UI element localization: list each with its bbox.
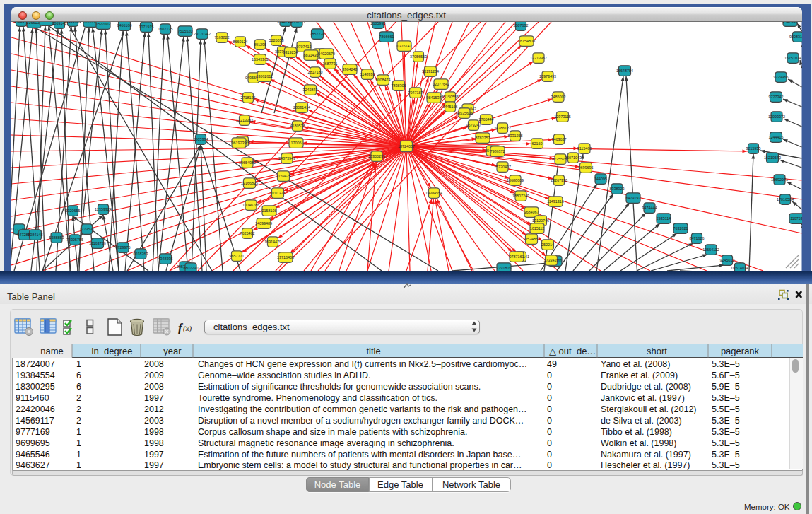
svg-text:3684067: 3684067 (524, 210, 539, 214)
svg-text:3215955: 3215955 (746, 146, 761, 151)
svg-text:9657771: 9657771 (230, 254, 245, 258)
svg-text:1615112: 1615112 (530, 226, 545, 230)
svg-text:65150556: 65150556 (442, 95, 459, 99)
svg-text:9329966: 9329966 (774, 75, 789, 79)
svg-text:9245012: 9245012 (720, 258, 735, 262)
svg-text:12213967: 12213967 (530, 56, 547, 60)
svg-text:19166825: 19166825 (241, 181, 258, 185)
svg-text:16154808: 16154808 (518, 39, 535, 43)
svg-text:7632621: 7632621 (673, 226, 688, 230)
svg-text:18300295: 18300295 (368, 154, 385, 158)
svg-text:7866661: 7866661 (379, 35, 394, 39)
svg-text:14099489: 14099489 (255, 221, 272, 226)
svg-text:1687731: 1687731 (323, 62, 338, 66)
svg-text:7838306: 7838306 (392, 83, 406, 88)
svg-text:11491316: 11491316 (547, 199, 564, 204)
svg-text:116753: 116753 (790, 216, 801, 221)
svg-text:16648784: 16648784 (616, 69, 633, 73)
svg-text:0018263: 0018263 (134, 252, 148, 256)
svg-text:2685995: 2685995 (371, 22, 386, 25)
svg-text:8084148: 8084148 (28, 233, 43, 237)
svg-text:63062611: 63062611 (256, 74, 273, 78)
svg-text:13716408: 13716408 (277, 255, 294, 259)
svg-text:0707413: 0707413 (297, 45, 312, 49)
svg-text:10973493: 10973493 (539, 74, 556, 78)
svg-text:10688609: 10688609 (507, 178, 524, 182)
svg-text:23267938: 23267938 (551, 178, 567, 182)
svg-text:2087682: 2087682 (514, 23, 529, 28)
svg-text:15751074: 15751074 (784, 56, 801, 60)
svg-text:7163822: 7163822 (215, 35, 230, 40)
svg-text:8471626: 8471626 (690, 236, 705, 240)
svg-text:1373537: 1373537 (80, 227, 95, 231)
svg-text:15692971: 15692971 (771, 177, 788, 182)
svg-text:7857224: 7857224 (310, 32, 325, 36)
svg-text:3242843: 3242843 (303, 88, 318, 92)
svg-text:7047187: 7047187 (408, 90, 423, 95)
svg-text:8938923: 8938923 (610, 187, 625, 191)
svg-text:10654112: 10654112 (702, 247, 719, 252)
svg-text:9008474: 9008474 (376, 78, 391, 82)
svg-text:12213383: 12213383 (236, 118, 253, 122)
svg-text:9841537: 9841537 (427, 95, 442, 100)
svg-text:17016504: 17016504 (777, 197, 794, 201)
svg-text:5226058: 5226058 (269, 38, 284, 42)
svg-text:2935114: 2935114 (657, 216, 671, 221)
svg-text:0191327: 0191327 (271, 191, 286, 195)
svg-text:0679247: 0679247 (466, 123, 481, 127)
svg-text:16914479: 16914479 (264, 240, 281, 244)
svg-text:18724007: 18724007 (398, 144, 415, 148)
svg-text:24873949: 24873949 (278, 156, 295, 160)
svg-text:(x): (x) (183, 324, 192, 333)
svg-text:62160: 62160 (532, 141, 543, 146)
svg-text:2005334: 2005334 (194, 137, 208, 141)
svg-text:8331258: 8331258 (508, 134, 523, 138)
svg-text:8831436: 8831436 (304, 53, 319, 57)
svg-text:2817180: 2817180 (308, 70, 323, 74)
svg-text:252214: 252214 (541, 243, 554, 247)
svg-text:1148936: 1148936 (360, 72, 375, 76)
svg-text:64020679: 64020679 (318, 52, 335, 56)
svg-text:3159425: 3159425 (276, 174, 291, 178)
svg-text:9474444: 9474444 (642, 206, 657, 210)
svg-text:16543362: 16543362 (252, 57, 269, 62)
svg-text:7986372: 7986372 (490, 149, 505, 153)
svg-text:1527602: 1527602 (96, 22, 111, 26)
svg-text:02614014: 02614014 (731, 266, 748, 270)
svg-text:12359924: 12359924 (95, 207, 112, 211)
svg-text:19384554: 19384554 (425, 191, 442, 195)
svg-text:891295: 891295 (254, 42, 266, 47)
svg-text:37056563: 37056563 (410, 54, 427, 59)
svg-text:2020655: 2020655 (66, 209, 81, 213)
svg-text:18807249: 18807249 (512, 194, 529, 198)
svg-text:33191284: 33191284 (422, 69, 439, 74)
svg-text:144095: 144095 (594, 177, 607, 181)
svg-text:3904248: 3904248 (343, 67, 358, 71)
svg-text:1667135: 1667135 (158, 27, 173, 31)
svg-text:9699695: 9699695 (579, 165, 594, 170)
svg-text:7485003: 7485003 (551, 95, 566, 99)
svg-text:2765444: 2765444 (479, 117, 494, 122)
svg-text:16210643: 16210643 (764, 156, 781, 160)
svg-text:15720407: 15720407 (494, 165, 511, 169)
svg-text:19654982: 19654982 (239, 160, 256, 165)
svg-text:4180578: 4180578 (290, 124, 305, 128)
svg-text:29170342: 29170342 (194, 32, 211, 36)
svg-text:7515520: 7515520 (178, 29, 193, 33)
svg-text:8807290: 8807290 (184, 266, 199, 270)
svg-text:13120746: 13120746 (532, 218, 549, 223)
svg-text:7625402: 7625402 (240, 231, 255, 235)
svg-text:12093372: 12093372 (768, 115, 785, 119)
svg-text:02077642: 02077642 (433, 82, 449, 86)
svg-text:68535606: 68535606 (456, 111, 473, 115)
svg-text:1244415: 1244415 (769, 135, 784, 139)
svg-text:9729975: 9729975 (116, 245, 131, 250)
svg-text:84656321: 84656321 (288, 22, 305, 24)
svg-text:2791805: 2791805 (497, 266, 512, 270)
svg-text:92083124: 92083124 (789, 35, 801, 39)
svg-text:1071915: 1071915 (139, 25, 154, 29)
svg-text:8783757: 8783757 (476, 136, 490, 140)
svg-text:9319254: 9319254 (283, 50, 298, 54)
svg-text:9463627: 9463627 (552, 137, 567, 141)
svg-text:9227342: 9227342 (769, 95, 784, 99)
